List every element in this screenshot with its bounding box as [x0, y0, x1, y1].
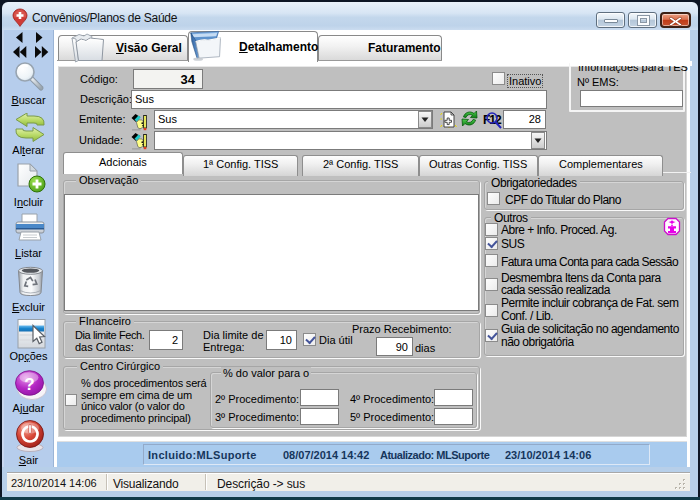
svg-text:?: ? [24, 375, 34, 394]
